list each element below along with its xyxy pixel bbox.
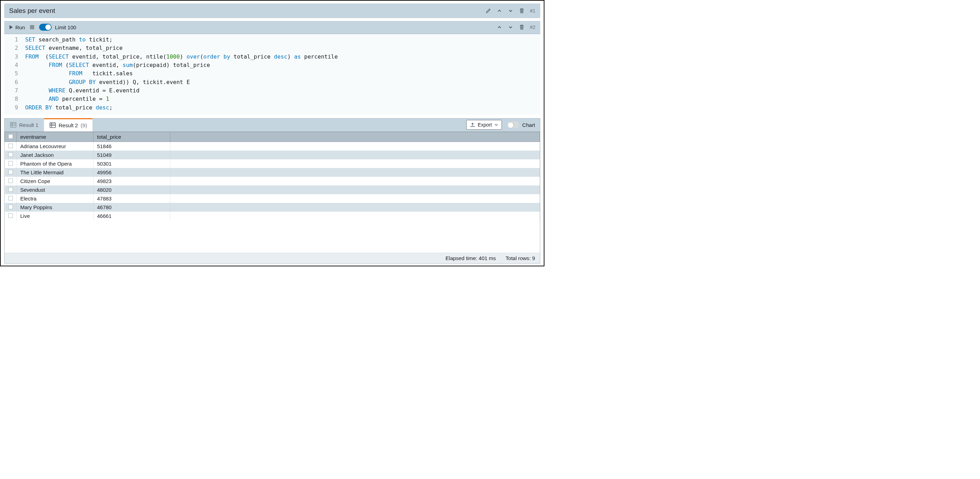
column-header[interactable]: eventname <box>17 132 94 141</box>
results-tabstrip: Result 1Result 2(9) Export Chart <box>5 119 540 132</box>
table-row[interactable]: Citizen Cope49823 <box>5 177 540 186</box>
upload-icon <box>470 122 475 127</box>
row-select[interactable] <box>5 168 17 177</box>
code-content: FROM tickit.sales <box>25 69 133 78</box>
line-number: 8 <box>4 95 25 103</box>
chart-label: Chart <box>522 122 535 128</box>
results-table-wrap[interactable]: eventnametotal_price Adriana Lecouvreur5… <box>5 132 540 253</box>
line-number: 9 <box>4 103 25 112</box>
code-content: FROM (SELECT eventid, total_price, ntile… <box>25 52 338 61</box>
caret-down-icon <box>495 124 498 126</box>
export-button[interactable]: Export <box>466 120 502 130</box>
cell: 49823 <box>94 177 170 186</box>
title-actions: #1 <box>485 8 535 14</box>
row-checkbox[interactable] <box>8 179 13 183</box>
sql-editor[interactable]: 1SET search_path to tickit;2SELECT event… <box>4 33 540 115</box>
line-number: 4 <box>4 61 25 69</box>
code-content: ORDER BY total_price desc; <box>25 103 112 112</box>
results-table: eventnametotal_price Adriana Lecouvreur5… <box>5 132 540 220</box>
table-row[interactable]: Adriana Lecouvreur51846 <box>5 141 540 151</box>
cell-number: #2 <box>530 24 535 30</box>
run-toolbar: Run Limit 100 #2 <box>4 21 540 33</box>
row-checkbox[interactable] <box>8 196 13 200</box>
row-select[interactable] <box>5 177 17 186</box>
total-rows: Total rows: 9 <box>506 255 535 261</box>
row-select[interactable] <box>5 186 17 194</box>
code-content: AND percentile = 1 <box>25 95 109 103</box>
row-checkbox[interactable] <box>8 152 13 157</box>
title-bar: Sales per event #1 <box>4 3 540 18</box>
cell: 46661 <box>94 212 170 220</box>
cell: 47883 <box>94 194 170 203</box>
run-label: Run <box>15 24 25 30</box>
collapse-up-icon[interactable] <box>496 24 503 30</box>
tab-count: (9) <box>81 122 87 128</box>
trash-icon[interactable] <box>519 8 525 14</box>
row-checkbox[interactable] <box>8 213 13 218</box>
line-number: 2 <box>4 44 25 52</box>
cell: Phantom of the Opera <box>17 159 94 168</box>
cell-spacer <box>170 151 540 159</box>
cell: 51049 <box>94 151 170 159</box>
chart-toggle[interactable] <box>507 121 519 128</box>
run-button[interactable]: Run <box>9 24 25 30</box>
line-number: 7 <box>4 86 25 95</box>
table-row[interactable]: Electra47883 <box>5 194 540 203</box>
export-label: Export <box>478 122 492 128</box>
cell: Mary Poppins <box>17 203 94 212</box>
edit-icon[interactable] <box>485 8 492 14</box>
elapsed-time: Elapsed time: 401 ms <box>445 255 496 261</box>
cell: 46780 <box>94 203 170 212</box>
cell-spacer <box>170 194 540 203</box>
expand-down-icon[interactable] <box>508 24 514 30</box>
row-checkbox[interactable] <box>8 170 13 174</box>
row-select[interactable] <box>5 151 17 159</box>
cell: Citizen Cope <box>17 177 94 186</box>
stop-button[interactable] <box>30 25 34 29</box>
table-row[interactable]: Live46661 <box>5 212 540 220</box>
cell: 50301 <box>94 159 170 168</box>
status-bar: Elapsed time: 401 ms Total rows: 9 <box>5 253 540 263</box>
limit-label: Limit 100 <box>55 24 76 30</box>
line-number: 5 <box>4 69 25 78</box>
cell-spacer <box>170 168 540 177</box>
results-panel: Result 1Result 2(9) Export Chart eventna… <box>4 118 540 263</box>
column-header[interactable]: total_price <box>94 132 170 141</box>
row-checkbox[interactable] <box>8 187 13 192</box>
table-row[interactable]: Phantom of the Opera50301 <box>5 159 540 168</box>
cell-number: #1 <box>530 8 535 14</box>
row-select[interactable] <box>5 141 17 151</box>
table-row[interactable]: The Little Mermaid49956 <box>5 168 540 177</box>
table-row[interactable]: Mary Poppins46780 <box>5 203 540 212</box>
cell: 51846 <box>94 141 170 151</box>
table-icon <box>10 122 16 128</box>
cell-spacer <box>170 177 540 186</box>
row-checkbox[interactable] <box>8 144 13 148</box>
row-select[interactable] <box>5 212 17 220</box>
table-row[interactable]: Sevendust48020 <box>5 186 540 194</box>
cell: The Little Mermaid <box>17 168 94 177</box>
expand-down-icon[interactable] <box>508 8 514 14</box>
tab-label: Result 1 <box>19 122 38 128</box>
table-icon <box>49 122 56 128</box>
row-select[interactable] <box>5 159 17 168</box>
row-select[interactable] <box>5 194 17 203</box>
collapse-up-icon[interactable] <box>496 8 503 14</box>
row-checkbox[interactable] <box>8 205 13 209</box>
column-spacer <box>170 132 540 141</box>
checkbox[interactable] <box>8 134 13 139</box>
cell-spacer <box>170 212 540 220</box>
line-number: 6 <box>4 78 25 86</box>
code-content: SET search_path to tickit; <box>25 36 112 44</box>
row-select[interactable] <box>5 203 17 212</box>
code-content: GROUP BY eventid)) Q, tickit.event E <box>25 78 190 86</box>
cell-spacer <box>170 159 540 168</box>
limit-toggle[interactable] <box>39 24 52 31</box>
trash-icon[interactable] <box>519 24 525 30</box>
row-checkbox[interactable] <box>8 161 13 166</box>
cell: 49956 <box>94 168 170 177</box>
select-all-header[interactable] <box>5 132 17 141</box>
result-tab-2[interactable]: Result 2(9) <box>44 118 92 132</box>
result-tab-1[interactable]: Result 1 <box>5 119 44 132</box>
table-row[interactable]: Janet Jackson51049 <box>5 151 540 159</box>
